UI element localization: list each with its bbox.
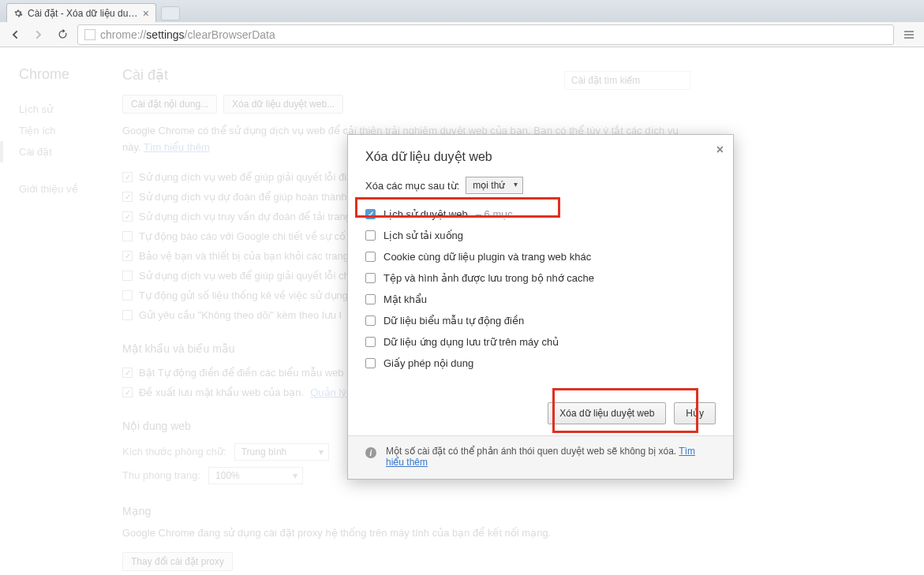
clear-option-row[interactable]: Mật khẩu xyxy=(365,289,716,310)
chrome-menu-button[interactable] xyxy=(900,26,918,43)
option-label: Cookie cùng dữ liệu plugin và trang web … xyxy=(383,251,591,263)
checkbox-icon xyxy=(365,230,376,241)
option-label: Dữ liệu ứng dụng lưu trữ trên máy chủ xyxy=(383,336,559,348)
tab-close-icon[interactable]: × xyxy=(143,8,149,19)
clear-option-row[interactable]: Giấy phép nội dung xyxy=(365,353,716,374)
url-host: settings xyxy=(146,28,184,41)
checkbox-icon xyxy=(365,358,376,368)
clear-option-row[interactable]: Tệp và hình ảnh được lưu trong bộ nhớ ca… xyxy=(365,267,716,289)
toolbar: chrome://settings/clearBrowserData xyxy=(0,22,924,47)
clear-option-row[interactable]: Lịch sử duyệt web – 6 mục xyxy=(365,203,716,225)
option-label: Mật khẩu xyxy=(383,293,427,305)
clear-option-row[interactable]: Dữ liệu biểu mẫu tự động điền xyxy=(365,310,716,331)
info-icon: i xyxy=(365,447,376,458)
dialog-title: Xóa dữ liệu duyệt web xyxy=(365,149,716,164)
checkbox-icon xyxy=(365,209,376,219)
dialog-close-button[interactable]: × xyxy=(716,143,724,157)
checkbox-icon xyxy=(365,337,376,347)
option-label: Lịch sử tải xuống xyxy=(383,230,463,241)
option-label: Lịch sử duyệt web xyxy=(383,208,468,220)
option-label: Tệp và hình ảnh được lưu trong bộ nhớ ca… xyxy=(383,272,594,284)
address-bar[interactable]: chrome://settings/clearBrowserData xyxy=(77,24,894,45)
dialog-footer-text: Một số cài đặt có thể phản ánh thói quen… xyxy=(386,446,716,468)
time-range-label: Xóa các mục sau từ: xyxy=(365,180,459,192)
option-count: – 6 mục xyxy=(476,208,513,220)
url-path: /clearBrowserData xyxy=(185,28,275,41)
checkbox-icon xyxy=(365,316,376,326)
clear-option-row[interactable]: Dữ liệu ứng dụng lưu trữ trên máy chủ xyxy=(365,331,716,353)
clear-data-confirm-button[interactable]: Xóa dữ liệu duyệt web xyxy=(548,402,666,424)
clear-option-row[interactable]: Lịch sử tải xuống xyxy=(365,225,716,246)
clear-option-row[interactable]: Cookie cùng dữ liệu plugin và trang web … xyxy=(365,246,716,267)
checkbox-icon xyxy=(365,294,376,304)
option-label: Giấy phép nội dung xyxy=(383,357,473,369)
page-icon xyxy=(84,29,95,40)
tab-strip: Cài đặt - Xóa dữ liệu duyệt v × xyxy=(0,0,924,22)
checkbox-icon xyxy=(365,252,376,262)
time-range-select[interactable]: mọi thứ xyxy=(466,177,523,194)
option-label: Dữ liệu biểu mẫu tự động điền xyxy=(383,315,524,327)
browser-tab[interactable]: Cài đặt - Xóa dữ liệu duyệt v × xyxy=(6,3,156,22)
back-button[interactable] xyxy=(6,26,24,43)
forward-button[interactable] xyxy=(30,26,47,43)
reload-button[interactable] xyxy=(54,26,71,43)
new-tab-button[interactable] xyxy=(161,6,180,21)
gear-icon xyxy=(13,9,23,18)
cancel-button[interactable]: Hủy xyxy=(674,402,716,424)
clear-browsing-data-dialog: Xóa dữ liệu duyệt web × Xóa các mục sau … xyxy=(347,134,734,480)
url-scheme: chrome:// xyxy=(100,28,146,41)
tab-title: Cài đặt - Xóa dữ liệu duyệt v xyxy=(28,8,138,19)
checkbox-icon xyxy=(365,273,376,283)
